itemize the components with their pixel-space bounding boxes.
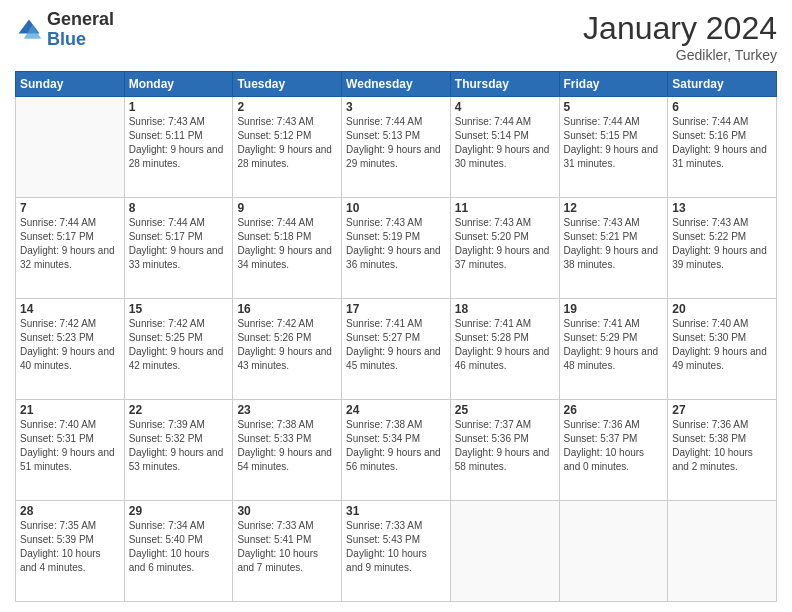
day-number: 20: [672, 302, 772, 316]
weekday-header: Friday: [559, 72, 668, 97]
calendar-day-cell: 11Sunrise: 7:43 AMSunset: 5:20 PMDayligh…: [450, 198, 559, 299]
calendar-day-cell: 5Sunrise: 7:44 AMSunset: 5:15 PMDaylight…: [559, 97, 668, 198]
day-info: Sunrise: 7:43 AMSunset: 5:11 PMDaylight:…: [129, 115, 229, 171]
day-info: Sunrise: 7:42 AMSunset: 5:25 PMDaylight:…: [129, 317, 229, 373]
page: General Blue January 2024 Gedikler, Turk…: [0, 0, 792, 612]
day-number: 8: [129, 201, 229, 215]
day-number: 5: [564, 100, 664, 114]
weekday-header: Saturday: [668, 72, 777, 97]
weekday-header: Wednesday: [342, 72, 451, 97]
calendar-day-cell: 10Sunrise: 7:43 AMSunset: 5:19 PMDayligh…: [342, 198, 451, 299]
day-info: Sunrise: 7:43 AMSunset: 5:20 PMDaylight:…: [455, 216, 555, 272]
day-info: Sunrise: 7:38 AMSunset: 5:33 PMDaylight:…: [237, 418, 337, 474]
calendar-day-cell: 23Sunrise: 7:38 AMSunset: 5:33 PMDayligh…: [233, 400, 342, 501]
weekday-header: Tuesday: [233, 72, 342, 97]
calendar-day-cell: 14Sunrise: 7:42 AMSunset: 5:23 PMDayligh…: [16, 299, 125, 400]
calendar-day-cell: 22Sunrise: 7:39 AMSunset: 5:32 PMDayligh…: [124, 400, 233, 501]
calendar-day-cell: 16Sunrise: 7:42 AMSunset: 5:26 PMDayligh…: [233, 299, 342, 400]
day-info: Sunrise: 7:43 AMSunset: 5:21 PMDaylight:…: [564, 216, 664, 272]
calendar-day-cell: 1Sunrise: 7:43 AMSunset: 5:11 PMDaylight…: [124, 97, 233, 198]
calendar-day-cell: 3Sunrise: 7:44 AMSunset: 5:13 PMDaylight…: [342, 97, 451, 198]
day-info: Sunrise: 7:44 AMSunset: 5:14 PMDaylight:…: [455, 115, 555, 171]
calendar-day-cell: 21Sunrise: 7:40 AMSunset: 5:31 PMDayligh…: [16, 400, 125, 501]
calendar-day-cell: 6Sunrise: 7:44 AMSunset: 5:16 PMDaylight…: [668, 97, 777, 198]
calendar-week-row: 7Sunrise: 7:44 AMSunset: 5:17 PMDaylight…: [16, 198, 777, 299]
calendar-week-row: 1Sunrise: 7:43 AMSunset: 5:11 PMDaylight…: [16, 97, 777, 198]
calendar-day-cell: 31Sunrise: 7:33 AMSunset: 5:43 PMDayligh…: [342, 501, 451, 602]
day-info: Sunrise: 7:41 AMSunset: 5:28 PMDaylight:…: [455, 317, 555, 373]
day-info: Sunrise: 7:36 AMSunset: 5:37 PMDaylight:…: [564, 418, 664, 474]
calendar-day-cell: 13Sunrise: 7:43 AMSunset: 5:22 PMDayligh…: [668, 198, 777, 299]
calendar-day-cell: 2Sunrise: 7:43 AMSunset: 5:12 PMDaylight…: [233, 97, 342, 198]
day-info: Sunrise: 7:33 AMSunset: 5:41 PMDaylight:…: [237, 519, 337, 575]
day-number: 13: [672, 201, 772, 215]
day-info: Sunrise: 7:38 AMSunset: 5:34 PMDaylight:…: [346, 418, 446, 474]
day-number: 23: [237, 403, 337, 417]
calendar-day-cell: 27Sunrise: 7:36 AMSunset: 5:38 PMDayligh…: [668, 400, 777, 501]
logo-icon: [15, 16, 43, 44]
day-number: 12: [564, 201, 664, 215]
day-info: Sunrise: 7:44 AMSunset: 5:15 PMDaylight:…: [564, 115, 664, 171]
calendar-day-cell: 25Sunrise: 7:37 AMSunset: 5:36 PMDayligh…: [450, 400, 559, 501]
day-info: Sunrise: 7:41 AMSunset: 5:29 PMDaylight:…: [564, 317, 664, 373]
day-info: Sunrise: 7:33 AMSunset: 5:43 PMDaylight:…: [346, 519, 446, 575]
day-info: Sunrise: 7:36 AMSunset: 5:38 PMDaylight:…: [672, 418, 772, 474]
calendar-header-row: SundayMondayTuesdayWednesdayThursdayFrid…: [16, 72, 777, 97]
day-info: Sunrise: 7:44 AMSunset: 5:18 PMDaylight:…: [237, 216, 337, 272]
day-number: 11: [455, 201, 555, 215]
day-number: 3: [346, 100, 446, 114]
weekday-header: Monday: [124, 72, 233, 97]
day-info: Sunrise: 7:40 AMSunset: 5:30 PMDaylight:…: [672, 317, 772, 373]
logo-text: General Blue: [47, 10, 114, 50]
logo-general-text: General: [47, 10, 114, 30]
day-number: 9: [237, 201, 337, 215]
day-number: 1: [129, 100, 229, 114]
calendar-day-cell: [450, 501, 559, 602]
calendar-day-cell: 8Sunrise: 7:44 AMSunset: 5:17 PMDaylight…: [124, 198, 233, 299]
calendar-day-cell: 15Sunrise: 7:42 AMSunset: 5:25 PMDayligh…: [124, 299, 233, 400]
calendar-day-cell: 29Sunrise: 7:34 AMSunset: 5:40 PMDayligh…: [124, 501, 233, 602]
calendar-day-cell: 18Sunrise: 7:41 AMSunset: 5:28 PMDayligh…: [450, 299, 559, 400]
day-number: 26: [564, 403, 664, 417]
calendar-day-cell: 19Sunrise: 7:41 AMSunset: 5:29 PMDayligh…: [559, 299, 668, 400]
logo: General Blue: [15, 10, 114, 50]
calendar-day-cell: [16, 97, 125, 198]
day-number: 17: [346, 302, 446, 316]
weekday-header: Thursday: [450, 72, 559, 97]
day-info: Sunrise: 7:43 AMSunset: 5:19 PMDaylight:…: [346, 216, 446, 272]
calendar-day-cell: 4Sunrise: 7:44 AMSunset: 5:14 PMDaylight…: [450, 97, 559, 198]
day-number: 2: [237, 100, 337, 114]
calendar-day-cell: 17Sunrise: 7:41 AMSunset: 5:27 PMDayligh…: [342, 299, 451, 400]
day-info: Sunrise: 7:42 AMSunset: 5:23 PMDaylight:…: [20, 317, 120, 373]
day-number: 29: [129, 504, 229, 518]
day-number: 24: [346, 403, 446, 417]
day-number: 28: [20, 504, 120, 518]
calendar-day-cell: [559, 501, 668, 602]
header: General Blue January 2024 Gedikler, Turk…: [15, 10, 777, 63]
day-info: Sunrise: 7:39 AMSunset: 5:32 PMDaylight:…: [129, 418, 229, 474]
weekday-header: Sunday: [16, 72, 125, 97]
day-number: 7: [20, 201, 120, 215]
logo-blue-text: Blue: [47, 30, 114, 50]
day-info: Sunrise: 7:41 AMSunset: 5:27 PMDaylight:…: [346, 317, 446, 373]
day-info: Sunrise: 7:34 AMSunset: 5:40 PMDaylight:…: [129, 519, 229, 575]
calendar-day-cell: 20Sunrise: 7:40 AMSunset: 5:30 PMDayligh…: [668, 299, 777, 400]
day-info: Sunrise: 7:40 AMSunset: 5:31 PMDaylight:…: [20, 418, 120, 474]
day-number: 4: [455, 100, 555, 114]
calendar-day-cell: 26Sunrise: 7:36 AMSunset: 5:37 PMDayligh…: [559, 400, 668, 501]
day-number: 22: [129, 403, 229, 417]
day-number: 6: [672, 100, 772, 114]
calendar-day-cell: [668, 501, 777, 602]
day-info: Sunrise: 7:43 AMSunset: 5:22 PMDaylight:…: [672, 216, 772, 272]
day-number: 19: [564, 302, 664, 316]
day-number: 18: [455, 302, 555, 316]
calendar-table: SundayMondayTuesdayWednesdayThursdayFrid…: [15, 71, 777, 602]
day-number: 27: [672, 403, 772, 417]
calendar-week-row: 21Sunrise: 7:40 AMSunset: 5:31 PMDayligh…: [16, 400, 777, 501]
day-number: 25: [455, 403, 555, 417]
month-year: January 2024: [583, 10, 777, 47]
day-number: 30: [237, 504, 337, 518]
day-info: Sunrise: 7:44 AMSunset: 5:17 PMDaylight:…: [129, 216, 229, 272]
day-info: Sunrise: 7:44 AMSunset: 5:13 PMDaylight:…: [346, 115, 446, 171]
day-number: 16: [237, 302, 337, 316]
